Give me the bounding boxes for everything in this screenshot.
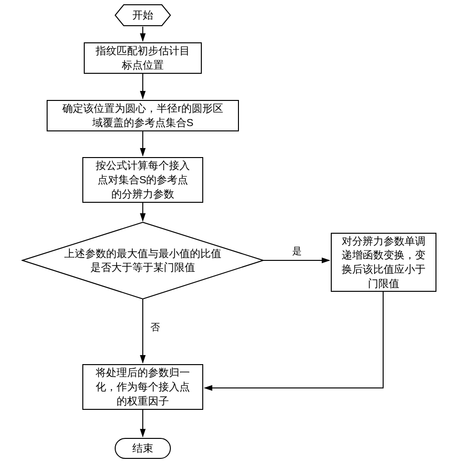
step-final-text: 将处理后的参数归一 化，作为每个接入点 的权重因子	[96, 366, 190, 408]
step-yes-text: 对分辨力参数单调 递增函数变换，变 换后该比值应小于 门限值	[342, 234, 425, 291]
step-compute-resolution: 按公式计算每个接入 点对集合S的参考点 的分辨力参数	[82, 157, 203, 203]
step-fingerprint-match: 指纹匹配初步估计目 标点位置	[84, 42, 202, 74]
step1-text: 指纹匹配初步估计目 标点位置	[96, 44, 190, 72]
start-node: 开始	[114, 4, 171, 27]
no-label: 否	[150, 321, 160, 334]
yes-label: 是	[292, 245, 302, 258]
step2-text: 确定该位置为圆心，半径r的圆形区 域覆盖的参考点集合S	[62, 101, 223, 129]
decision-ratio-threshold: 上述参数的最大值与最小值的比值 是否大于等于某门限值	[21, 221, 264, 300]
step-circle-region: 确定该位置为圆心，半径r的圆形区 域覆盖的参考点集合S	[47, 100, 239, 131]
step3-text: 按公式计算每个接入 点对集合S的参考点 的分辨力参数	[96, 159, 190, 201]
step-normalize-weights: 将处理后的参数归一 化，作为每个接入点 的权重因子	[82, 364, 203, 410]
step-monotonic-transform: 对分辨力参数单调 递增函数变换，变 换后该比值应小于 门限值	[331, 233, 436, 292]
start-label: 开始	[132, 8, 153, 22]
end-node: 结束	[115, 438, 171, 459]
decision-text: 上述参数的最大值与最小值的比值 是否大于等于某门限值	[64, 248, 221, 274]
end-label: 结束	[132, 441, 153, 456]
